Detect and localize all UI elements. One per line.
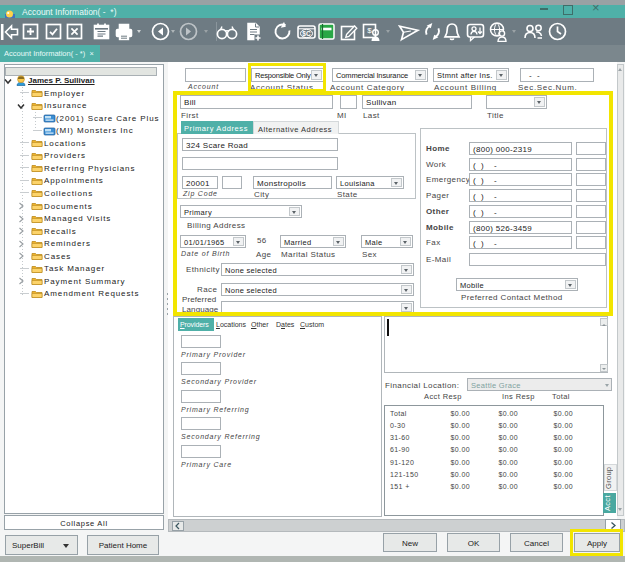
svg-text:$C: $C	[302, 30, 311, 38]
svg-text:$: $	[367, 26, 372, 35]
